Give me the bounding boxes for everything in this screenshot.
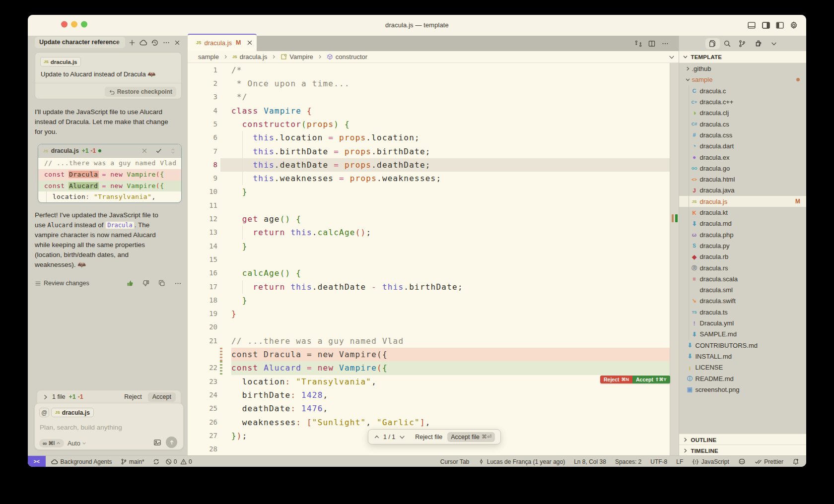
tree-item-dracula.ts[interactable]: TSdracula.ts: [679, 307, 807, 317]
accept-file-button[interactable]: Accept file⌘⏎: [447, 432, 495, 442]
tree-item-screenshot.png[interactable]: ▣screenshot.png: [679, 384, 807, 395]
tree-item-INSTALL.md[interactable]: ⬇INSTALL.md: [679, 351, 807, 362]
mention-button[interactable]: @: [39, 408, 49, 417]
chevron-right-icon[interactable]: [42, 394, 49, 400]
reject-all-button[interactable]: Reject: [121, 392, 144, 401]
source-control-icon[interactable]: [738, 40, 746, 48]
next-diff-icon[interactable]: [399, 434, 406, 441]
tree-item-README.md[interactable]: ⓘREADME.md: [679, 373, 807, 384]
copilot-status[interactable]: [738, 458, 746, 465]
tree-item-CONTRIBUTORS.md[interactable]: ⬇CONTRIBUTORS.md: [679, 340, 807, 351]
tree-item-dracula.sml[interactable]: dracula.sml: [679, 285, 807, 296]
chat-input-placeholder[interactable]: Plan, search, build anything: [40, 424, 122, 431]
toggle-panel-icon[interactable]: [748, 21, 756, 30]
breadcrumb-item-Vampire[interactable]: Vampire: [280, 53, 313, 61]
code-editor[interactable]: 1/*2 * Once upon a time...3 */4class Vam…: [188, 63, 679, 455]
sync-button[interactable]: [153, 458, 160, 465]
new-chat-icon[interactable]: [129, 39, 136, 46]
language-mode-status[interactable]: JavaScript: [692, 458, 729, 465]
git-blame-status[interactable]: Lucas de França (1 year ago): [478, 458, 565, 465]
background-agents-button[interactable]: Background Agents: [51, 458, 112, 465]
attach-image-icon[interactable]: [153, 439, 161, 446]
chat-input-card[interactable]: @ JS dracula.js Plan, search, build anyt…: [34, 403, 184, 450]
close-chat-icon[interactable]: [174, 39, 181, 46]
gear-icon[interactable]: [790, 21, 798, 30]
breadcrumb-expand-icon[interactable]: [668, 54, 675, 61]
tree-item-dracula.css[interactable]: #dracula.css: [679, 129, 807, 140]
files-icon[interactable]: [708, 39, 717, 48]
tree-item-dracula.ex[interactable]: ●dracula.ex: [679, 152, 807, 163]
tree-item-dracula.js[interactable]: JSdracula.jsM: [679, 196, 807, 207]
accept-all-button[interactable]: Accept: [148, 392, 176, 402]
breadcrumb-item-constructor[interactable]: constructor: [327, 53, 367, 61]
tree-item-sample[interactable]: sample: [679, 74, 807, 85]
thumbs-up-icon[interactable]: [127, 280, 134, 287]
tree-item-dracula.swift[interactable]: ➘dracula.swift: [679, 296, 807, 307]
thumbs-down-icon[interactable]: [142, 280, 149, 287]
problems-button[interactable]: 0 0: [165, 458, 192, 465]
breadcrumb-item-dracula.js[interactable]: JSdracula.js: [232, 53, 267, 61]
tree-item-dracula.dart[interactable]: ◔dracula.dart: [679, 141, 807, 152]
remote-indicator[interactable]: ><: [28, 456, 46, 467]
tree-item-dracula.kt[interactable]: Kdracula.kt: [679, 207, 807, 218]
tree-item-dracula.py[interactable]: Sdracula.py: [679, 240, 807, 251]
editor-tab-dracula-js[interactable]: JS dracula.js M: [188, 34, 257, 52]
encoding-status[interactable]: UTF-8: [650, 458, 667, 465]
send-button[interactable]: [166, 437, 177, 448]
formatter-status[interactable]: Prettier: [755, 458, 783, 465]
search-icon[interactable]: [723, 40, 731, 48]
eol-status[interactable]: LF: [676, 458, 683, 465]
breadcrumb-item-sample[interactable]: sample: [198, 53, 219, 61]
close-tab-icon[interactable]: [246, 39, 253, 46]
tree-item-dracula.rb[interactable]: ◆dracula.rb: [679, 252, 807, 262]
tree-item-dracula.md[interactable]: ⬇dracula.md: [679, 218, 807, 229]
history-icon[interactable]: [151, 39, 159, 47]
tree-item-Dracula.yml[interactable]: !Dracula.yml: [679, 317, 807, 328]
tree-item-dracula.c++[interactable]: C+dracula.c++: [679, 96, 807, 107]
cloud-icon[interactable]: [139, 39, 147, 47]
tree-item-SAMPLE.md[interactable]: ⬇SAMPLE.md: [679, 329, 807, 340]
tree-item-dracula.cs[interactable]: C#dracula.cs: [679, 119, 807, 129]
tree-item-dracula.c[interactable]: Cdracula.c: [679, 85, 807, 96]
tree-item-dracula.go[interactable]: GOdracula.go: [679, 163, 807, 174]
restore-checkpoint-button[interactable]: Restore checkpoint: [105, 87, 176, 97]
extensions-icon[interactable]: [755, 40, 763, 48]
copy-icon[interactable]: [158, 280, 165, 287]
tree-item-.github[interactable]: .github: [679, 63, 807, 74]
notifications-button[interactable]: [792, 458, 799, 465]
cursor-tab-status[interactable]: Cursor Tab: [440, 458, 469, 465]
tree-item-dracula.php[interactable]: ωdracula.php: [679, 229, 807, 240]
tree-item-dracula.rs[interactable]: Ⓡdracula.rs: [679, 262, 807, 273]
more-actions-icon[interactable]: [163, 39, 170, 46]
tree-item-LICENSE[interactable]: ¡LICENSE: [679, 362, 807, 373]
split-editor-icon[interactable]: [648, 40, 656, 47]
tree-item-dracula.clj[interactable]: ◑dracula.clj: [679, 108, 807, 119]
model-selector[interactable]: Auto: [68, 439, 86, 447]
agent-mode-pill[interactable]: ∞ ⌘I: [39, 439, 64, 447]
prev-diff-icon[interactable]: [374, 434, 380, 440]
tree-item-dracula.java[interactable]: Jdracula.java: [679, 185, 807, 196]
editor-more-icon[interactable]: [662, 40, 669, 47]
close-icon[interactable]: [141, 147, 148, 154]
accept-check-icon[interactable]: [155, 147, 162, 154]
expand-icon[interactable]: [170, 148, 176, 154]
toggle-secondary-sidebar-icon[interactable]: [762, 21, 770, 30]
reject-change-button[interactable]: Reject⌘N: [600, 376, 632, 383]
explorer-section-template[interactable]: TEMPLATE: [679, 51, 807, 63]
open-changes-icon[interactable]: [635, 40, 642, 47]
editor-scrollbar[interactable]: [670, 63, 679, 455]
context-file-chip[interactable]: JS dracula.js: [51, 408, 94, 417]
file-chip[interactable]: JS dracula.js: [40, 57, 81, 66]
tree-item-dracula.html[interactable]: <>dracula.html: [679, 174, 807, 185]
more-icon[interactable]: [174, 280, 182, 287]
chat-tab[interactable]: Update character reference: [35, 37, 125, 48]
indentation-status[interactable]: Spaces: 2: [615, 458, 641, 465]
review-changes-label[interactable]: Review changes: [44, 280, 89, 287]
reject-file-button[interactable]: Reject file: [415, 434, 442, 441]
sidebar-more-icon[interactable]: [770, 40, 777, 47]
cursor-position-status[interactable]: Ln 8, Col 38: [574, 458, 606, 465]
toggle-primary-sidebar-icon[interactable]: [776, 21, 784, 30]
explorer-section-timeline[interactable]: TIMELINE: [679, 444, 807, 456]
accept-change-button[interactable]: Accept⇧⌘Y: [632, 376, 670, 383]
tree-item-dracula.scala[interactable]: ≡dracula.scala: [679, 273, 807, 284]
